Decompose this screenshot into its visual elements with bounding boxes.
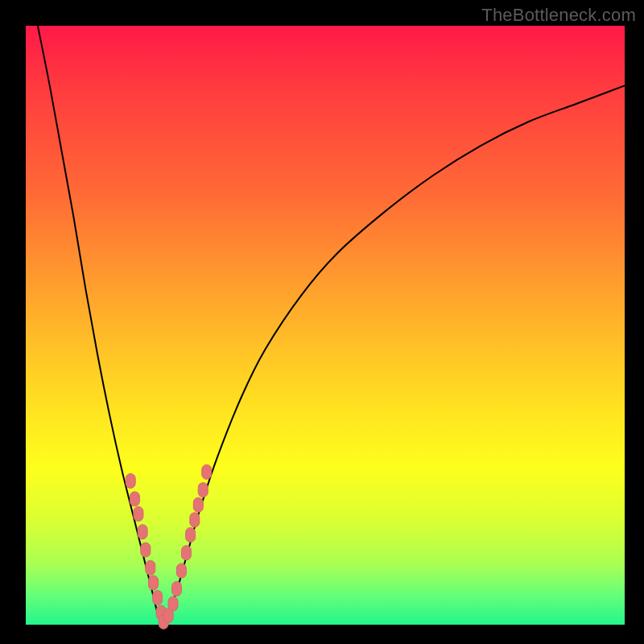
marker-dot: [190, 513, 200, 527]
marker-dot: [186, 527, 196, 542]
marker-dot: [198, 483, 208, 497]
curve-right: [163, 85, 625, 625]
watermark-text: TheBottleneck.com: [481, 5, 636, 26]
marker-dot: [138, 525, 147, 539]
marker-dot: [149, 576, 159, 590]
marker-dot: [168, 597, 178, 611]
outer-frame: TheBottleneck.com: [0, 0, 644, 644]
plot-area: [26, 26, 625, 625]
marker-dot: [126, 473, 135, 488]
marker-dot: [134, 506, 143, 521]
marker-dot: [193, 497, 203, 512]
marker-dot: [141, 543, 151, 557]
marker-dot: [176, 564, 186, 578]
marker-dot: [153, 591, 163, 605]
marker-dot: [146, 560, 155, 575]
marker-group: [126, 464, 212, 629]
marker-dot: [202, 464, 212, 479]
marker-dot: [172, 581, 182, 596]
marker-dot: [181, 546, 191, 560]
chart-svg: [26, 26, 625, 625]
marker-dot: [130, 492, 139, 506]
